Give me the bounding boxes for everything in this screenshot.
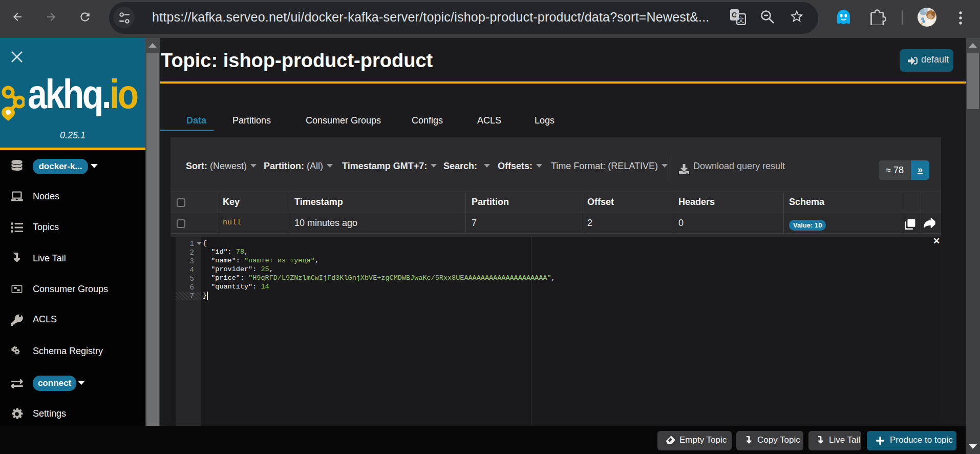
svg-text:文: 文 [738, 16, 744, 24]
